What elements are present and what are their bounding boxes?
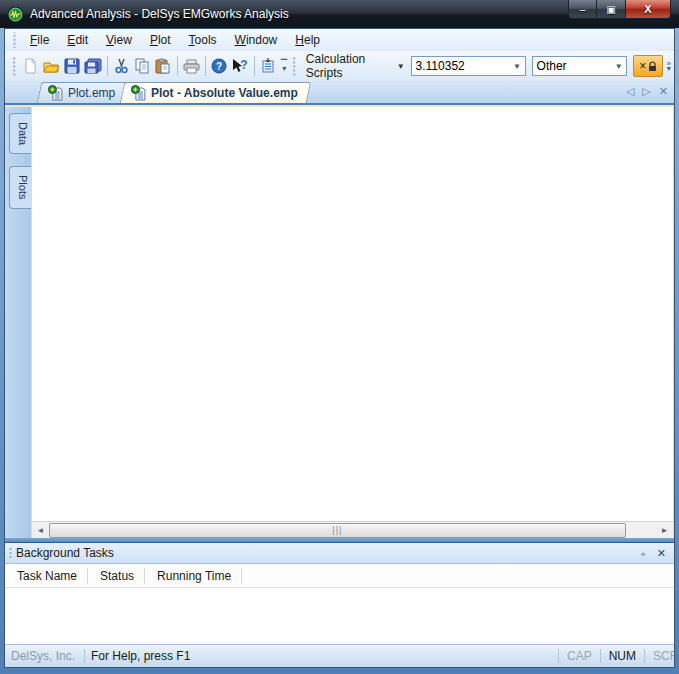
toolbar-grip[interactable] bbox=[292, 56, 296, 77]
plots-container bbox=[32, 107, 673, 521]
chevron-down-icon[interactable]: ▼ bbox=[611, 62, 626, 71]
menu-help[interactable]: Help bbox=[287, 31, 328, 49]
sidebar-tab-plots[interactable]: Plots bbox=[9, 166, 31, 208]
menu-tools[interactable]: Tools bbox=[181, 31, 225, 49]
column-task-name[interactable]: Task Name bbox=[5, 568, 88, 584]
company-label: DelSys, Inc. bbox=[5, 649, 85, 663]
new-document-icon[interactable] bbox=[19, 54, 40, 78]
mode-combobox[interactable]: Other ▼ bbox=[532, 56, 628, 76]
save-all-icon[interactable] bbox=[83, 54, 104, 78]
tab-scroll-left-icon[interactable]: ◁ bbox=[626, 84, 634, 98]
num-lock-indicator: NUM bbox=[600, 649, 644, 663]
pin-icon[interactable]: ⍅ bbox=[640, 547, 647, 560]
plot-document-icon bbox=[131, 85, 147, 101]
svg-text:?: ? bbox=[241, 58, 248, 72]
menu-bar: File Edit View Plot Tools Window Help bbox=[5, 29, 674, 51]
toolbar-grip[interactable] bbox=[12, 32, 17, 47]
save-icon[interactable] bbox=[62, 54, 83, 78]
toolbar-separator bbox=[205, 56, 206, 76]
side-tab-strip: Data Plots bbox=[5, 107, 31, 538]
menu-window[interactable]: Window bbox=[227, 31, 286, 49]
task-table-body bbox=[5, 588, 674, 644]
tab-close-icon[interactable]: ✕ bbox=[659, 84, 668, 98]
paste-icon[interactable] bbox=[153, 54, 174, 78]
panel-grip[interactable] bbox=[8, 546, 13, 560]
svg-text:?: ? bbox=[216, 61, 222, 72]
background-tasks-panel: Background Tasks ⍅ ✕ Task Name Status Ru… bbox=[5, 542, 674, 644]
task-table-header: Task Name Status Running Time bbox=[5, 564, 674, 588]
scroll-right-icon[interactable]: ► bbox=[656, 522, 673, 539]
toolbar: ? ? ▔▾ Calculation Scripts▼ 3.110352 ▼ O… bbox=[5, 51, 674, 81]
lock-toggle-button[interactable]: × bbox=[633, 55, 663, 77]
script-options-icon[interactable] bbox=[258, 54, 279, 78]
background-tasks-header[interactable]: Background Tasks ⍅ ✕ bbox=[5, 543, 674, 564]
status-bar: DelSys, Inc. For Help, press F1 CAP NUM … bbox=[5, 644, 674, 667]
horizontal-scrollbar[interactable]: ◄ ||| ► bbox=[32, 521, 673, 538]
calculation-scripts-button[interactable]: Calculation Scripts▼ bbox=[300, 49, 411, 83]
print-icon[interactable] bbox=[181, 54, 202, 78]
tab-scroll-right-icon[interactable]: ▷ bbox=[642, 84, 650, 98]
scrollbar-track[interactable]: ||| bbox=[49, 522, 656, 539]
close-icon[interactable]: ✕ bbox=[657, 547, 666, 560]
lock-icon bbox=[648, 61, 657, 72]
tab-plot[interactable]: Plot.emp bbox=[37, 82, 129, 103]
app-icon bbox=[7, 6, 24, 23]
app-window: Advanced Analysis - DelSys EMGworks Anal… bbox=[0, 0, 679, 674]
toolbar-separator bbox=[177, 56, 178, 76]
context-help-icon[interactable]: ? bbox=[230, 54, 251, 78]
plot-document-icon bbox=[48, 85, 64, 101]
toolbar-separator bbox=[254, 56, 255, 76]
menu-plot[interactable]: Plot bbox=[142, 31, 179, 49]
toolbar-overflow-icon[interactable]: »▾ bbox=[663, 54, 674, 78]
toolbar-separator bbox=[107, 56, 108, 76]
tab-plot-absolute-value[interactable]: Plot - Absolute Value.emp bbox=[120, 82, 311, 103]
menu-view[interactable]: View bbox=[98, 31, 140, 49]
time-value-combobox[interactable]: 3.110352 ▼ bbox=[411, 56, 526, 76]
scrollbar-thumb[interactable]: ||| bbox=[49, 523, 626, 538]
status-message: For Help, press F1 bbox=[85, 649, 558, 663]
column-status[interactable]: Status bbox=[88, 568, 145, 584]
window-title: Advanced Analysis - DelSys EMGworks Anal… bbox=[30, 7, 289, 21]
document-tab-bar: Plot.emp Plot - Absolute Value.emp ◁ ▷ ✕ bbox=[5, 81, 674, 103]
menu-file[interactable]: File bbox=[22, 31, 57, 49]
caps-lock-indicator: CAP bbox=[558, 649, 600, 663]
sidebar-tab-data[interactable]: Data bbox=[9, 113, 31, 154]
title-bar[interactable]: Advanced Analysis - DelSys EMGworks Anal… bbox=[0, 0, 679, 28]
close-button[interactable]: X bbox=[625, 0, 671, 19]
minimize-button[interactable]: – bbox=[568, 0, 597, 19]
cut-icon[interactable] bbox=[111, 54, 132, 78]
chevron-down-icon[interactable]: ▼ bbox=[510, 62, 525, 71]
menu-edit[interactable]: Edit bbox=[59, 31, 96, 49]
toolbar-overflow-icon[interactable]: ▔▾ bbox=[279, 54, 290, 78]
open-folder-icon[interactable] bbox=[40, 54, 61, 78]
chevron-down-icon: ▼ bbox=[397, 62, 405, 71]
copy-icon[interactable] bbox=[132, 54, 153, 78]
maximize-button[interactable]: ▣ bbox=[597, 0, 625, 19]
scroll-left-icon[interactable]: ◄ bbox=[32, 522, 49, 539]
panel-title: Background Tasks bbox=[16, 546, 640, 560]
column-running-time[interactable]: Running Time bbox=[145, 568, 242, 584]
help-icon[interactable]: ? bbox=[209, 54, 230, 78]
scroll-lock-indicator: SCR bbox=[644, 649, 674, 663]
toolbar-grip[interactable] bbox=[12, 56, 16, 77]
